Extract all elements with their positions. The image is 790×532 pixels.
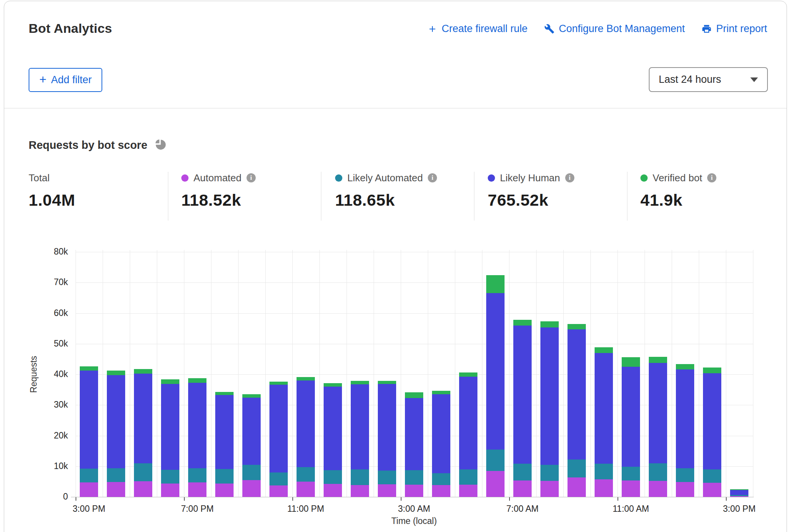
bar-segment-likely-automated[interactable] [188, 468, 206, 482]
bar-segment-likely-automated[interactable] [134, 463, 152, 481]
stacked-bar[interactable] [540, 321, 559, 497]
bar-segment-verified-bot[interactable] [107, 371, 125, 375]
bar-segment-likely-automated[interactable] [486, 450, 505, 471]
bar-segment-automated[interactable] [269, 485, 288, 497]
stacked-bar[interactable] [351, 381, 369, 497]
bar-segment-likely-automated[interactable] [459, 469, 477, 485]
bar-segment-verified-bot[interactable] [568, 324, 586, 329]
bar-segment-likely-human[interactable] [459, 377, 477, 469]
stacked-bar[interactable] [188, 378, 206, 497]
stacked-bar[interactable] [676, 364, 694, 497]
bar-segment-automated[interactable] [134, 481, 152, 497]
bar-segment-automated[interactable] [351, 485, 369, 497]
bar-segment-likely-human[interactable] [432, 394, 450, 473]
bar-segment-automated[interactable] [568, 477, 586, 497]
bar-segment-verified-bot[interactable] [269, 382, 288, 385]
bar-segment-automated[interactable] [432, 485, 450, 497]
bar-segment-verified-bot[interactable] [540, 321, 559, 327]
bar-segment-likely-human[interactable] [242, 398, 261, 465]
bar-segment-automated[interactable] [107, 482, 125, 497]
stacked-bar[interactable] [269, 382, 288, 497]
bar-segment-automated[interactable] [676, 482, 694, 497]
bar-segment-likely-human[interactable] [297, 380, 315, 467]
stacked-bar[interactable] [134, 369, 152, 497]
bar-segment-likely-human[interactable] [703, 373, 721, 469]
bar-segment-automated[interactable] [242, 480, 261, 497]
bar-segment-likely-human[interactable] [540, 327, 559, 465]
stacked-bar[interactable] [703, 368, 721, 497]
bar-segment-automated[interactable] [622, 480, 640, 497]
bar-segment-likely-automated[interactable] [269, 472, 288, 486]
bar-segment-likely-human[interactable] [378, 384, 396, 471]
bar-segment-likely-human[interactable] [351, 384, 369, 469]
bar-segment-likely-automated[interactable] [405, 470, 423, 485]
stacked-bar[interactable] [297, 377, 315, 497]
stacked-bar[interactable] [324, 383, 342, 497]
bar-segment-likely-automated[interactable] [324, 470, 342, 484]
bar-segment-verified-bot[interactable] [215, 392, 234, 395]
bar-segment-automated[interactable] [703, 483, 721, 497]
bar-segment-verified-bot[interactable] [324, 383, 342, 387]
stacked-bar[interactable] [432, 391, 450, 497]
bar-segment-verified-bot[interactable] [297, 377, 315, 380]
bar-segment-likely-automated[interactable] [297, 467, 315, 482]
bar-segment-verified-bot[interactable] [161, 379, 179, 384]
bar-segment-likely-human[interactable] [161, 384, 179, 470]
bar-segment-verified-bot[interactable] [649, 357, 667, 363]
bar-segment-likely-human[interactable] [649, 363, 667, 463]
stacked-bar[interactable] [242, 394, 261, 497]
bar-segment-likely-human[interactable] [134, 374, 152, 463]
bar-segment-likely-human[interactable] [486, 293, 505, 449]
bar-segment-verified-bot[interactable] [513, 320, 532, 325]
bar-segment-automated[interactable] [80, 482, 98, 497]
bar-segment-likely-human[interactable] [80, 371, 98, 469]
bar-segment-verified-bot[interactable] [622, 357, 640, 367]
bar-segment-verified-bot[interactable] [459, 372, 477, 377]
bar-segment-automated[interactable] [649, 481, 667, 497]
stacked-bar[interactable] [378, 381, 396, 497]
stacked-bar[interactable] [215, 392, 234, 497]
bar-segment-automated[interactable] [188, 482, 206, 497]
bar-segment-automated[interactable] [459, 485, 477, 497]
stacked-bar[interactable] [405, 392, 423, 497]
bar-segment-verified-bot[interactable] [242, 394, 261, 398]
bar-segment-likely-human[interactable] [730, 490, 748, 495]
bar-segment-likely-automated[interactable] [215, 469, 234, 484]
bar-segment-verified-bot[interactable] [378, 381, 396, 384]
stacked-bar[interactable] [622, 357, 640, 497]
bar-segment-likely-human[interactable] [405, 398, 423, 470]
bar-segment-verified-bot[interactable] [432, 391, 450, 395]
bar-segment-likely-automated[interactable] [676, 468, 694, 482]
bar-segment-likely-human[interactable] [107, 375, 125, 469]
bar-segment-automated[interactable] [324, 484, 342, 497]
bar-segment-likely-automated[interactable] [242, 465, 261, 480]
bar-segment-verified-bot[interactable] [595, 347, 613, 353]
bar-segment-likely-human[interactable] [622, 367, 640, 467]
bar-segment-verified-bot[interactable] [80, 366, 98, 370]
bar-segment-likely-automated[interactable] [622, 467, 640, 481]
bar-segment-likely-human[interactable] [568, 329, 586, 459]
bar-segment-automated[interactable] [297, 482, 315, 497]
stacked-bar[interactable] [161, 379, 179, 497]
stacked-bar[interactable] [513, 320, 532, 497]
bar-segment-likely-automated[interactable] [703, 469, 721, 483]
stacked-bar[interactable] [107, 371, 125, 497]
bar-segment-likely-automated[interactable] [540, 465, 559, 481]
bar-segment-likely-human[interactable] [595, 353, 613, 464]
bar-segment-likely-automated[interactable] [513, 464, 532, 480]
bar-segment-likely-human[interactable] [324, 387, 342, 470]
bar-segment-likely-automated[interactable] [107, 468, 125, 482]
stacked-bar[interactable] [459, 372, 477, 497]
bar-segment-likely-automated[interactable] [432, 473, 450, 485]
bar-segment-likely-human[interactable] [269, 385, 288, 472]
bar-segment-automated[interactable] [405, 485, 423, 497]
bar-segment-likely-human[interactable] [215, 395, 234, 469]
bar-segment-automated[interactable] [540, 481, 559, 497]
bar-segment-likely-automated[interactable] [649, 463, 667, 481]
bar-segment-likely-automated[interactable] [161, 470, 179, 484]
bar-segment-likely-human[interactable] [513, 326, 532, 464]
bar-segment-likely-automated[interactable] [80, 469, 98, 482]
bar-segment-likely-automated[interactable] [595, 464, 613, 480]
bar-segment-automated[interactable] [378, 484, 396, 497]
bar-segment-verified-bot[interactable] [486, 275, 505, 293]
